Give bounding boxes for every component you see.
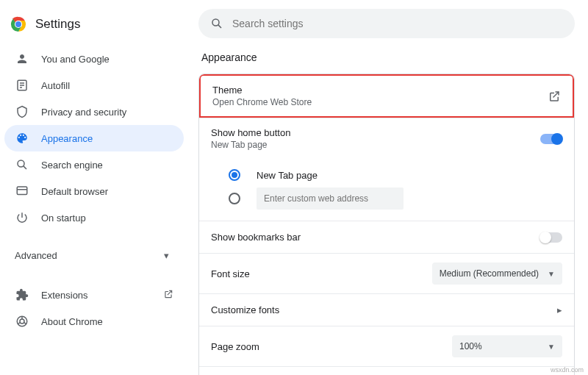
- chevron-down-icon: ▾: [164, 250, 169, 261]
- svg-point-2: [15, 21, 21, 27]
- browser-icon: [15, 185, 29, 198]
- sidebar-item-label: You and Google: [41, 54, 173, 65]
- sidebar-item-search-engine[interactable]: Search engine: [4, 151, 184, 178]
- search-icon: [210, 17, 223, 30]
- theme-subtitle: Open Chrome Web Store: [212, 97, 548, 107]
- radio-custom-url[interactable]: [229, 187, 562, 210]
- sidebar-item-about-chrome[interactable]: About Chrome: [4, 308, 184, 335]
- search-bar[interactable]: [198, 9, 575, 38]
- svg-line-15: [24, 323, 26, 324]
- page-zoom-title: Page zoom: [211, 341, 452, 352]
- sidebar-advanced-toggle[interactable]: Advanced ▾: [0, 244, 191, 268]
- radio-icon: [229, 169, 240, 181]
- sidebar-item-label: Search engine: [41, 160, 173, 171]
- header: Settings: [0, 9, 191, 43]
- external-link-icon: [163, 289, 173, 301]
- sidebar-item-privacy[interactable]: Privacy and security: [4, 99, 184, 125]
- chrome-logo-icon: [10, 16, 26, 32]
- select-value: Medium (Recommended): [440, 268, 539, 279]
- sidebar-item-label: Default browser: [41, 186, 173, 197]
- show-home-button-row: Show home button New Tab page: [199, 118, 574, 159]
- chevron-right-icon: ▸: [557, 304, 562, 315]
- external-link-icon[interactable]: [548, 90, 561, 103]
- appearance-icon: [15, 132, 29, 145]
- chrome-outline-icon: [15, 315, 29, 328]
- sidebar-item-label: Extensions: [41, 290, 163, 301]
- svg-line-14: [18, 323, 20, 324]
- extensions-icon: [15, 288, 29, 301]
- customize-fonts-row[interactable]: Customize fonts ▸: [199, 293, 574, 326]
- home-button-subtitle: New Tab page: [211, 140, 540, 150]
- autofill-icon: [15, 79, 29, 92]
- font-size-row: Font size Medium (Recommended) ▼: [199, 253, 574, 293]
- svg-line-8: [24, 166, 26, 169]
- radio-label: New Tab page: [257, 170, 318, 181]
- svg-point-16: [212, 19, 219, 26]
- bookmarks-toggle[interactable]: [540, 232, 562, 243]
- shield-icon: [15, 105, 29, 118]
- svg-point-12: [20, 319, 24, 324]
- theme-title: Theme: [212, 85, 548, 96]
- select-value: 100%: [459, 341, 482, 351]
- section-heading: Appearance: [201, 51, 575, 63]
- home-button-options: New Tab page: [199, 159, 574, 221]
- page-zoom-select[interactable]: 100% ▼: [452, 335, 562, 357]
- chevron-down-icon: ▼: [548, 343, 555, 351]
- sidebar-item-label: Autofill: [41, 80, 173, 91]
- watermark: wsxdn.com: [551, 366, 584, 374]
- home-button-title: Show home button: [211, 127, 540, 138]
- sidebar-item-extensions[interactable]: Extensions: [4, 282, 184, 308]
- advanced-label: Advanced: [15, 250, 57, 261]
- radio-icon: [229, 193, 240, 204]
- sidebar-item-label: Privacy and security: [41, 107, 173, 118]
- svg-point-7: [18, 160, 24, 167]
- sidebar-item-you-and-google[interactable]: You and Google: [4, 46, 184, 72]
- svg-line-17: [218, 25, 221, 28]
- custom-url-input[interactable]: [257, 188, 404, 210]
- font-size-select[interactable]: Medium (Recommended) ▼: [432, 262, 562, 285]
- bookmarks-bar-row: Show bookmarks bar: [199, 221, 574, 253]
- sidebar-item-appearance[interactable]: Appearance: [4, 125, 184, 151]
- search-icon: [15, 158, 29, 171]
- theme-row[interactable]: Theme Open Chrome Web Store: [199, 74, 574, 118]
- sidebar-item-label: On startup: [41, 213, 173, 224]
- chevron-down-icon: ▼: [548, 270, 555, 278]
- sidebar-item-autofill[interactable]: Autofill: [4, 72, 184, 99]
- bookmarks-title: Show bookmarks bar: [211, 232, 540, 243]
- font-size-title: Font size: [211, 268, 432, 279]
- radio-new-tab-page[interactable]: New Tab page: [229, 163, 562, 187]
- power-icon: [15, 211, 29, 224]
- page-zoom-row: Page zoom 100% ▼: [199, 326, 574, 366]
- home-button-toggle[interactable]: [540, 134, 562, 144]
- appearance-settings-card: Theme Open Chrome Web Store Show home bu…: [198, 74, 575, 375]
- tab-highlight-row: Pressing Tab on a webpage highlights lin…: [199, 366, 574, 375]
- sidebar-item-default-browser[interactable]: Default browser: [4, 178, 184, 204]
- customize-fonts-title: Customize fonts: [211, 304, 557, 315]
- sidebar-item-label: About Chrome: [41, 316, 173, 327]
- sidebar-item-label: Appearance: [41, 133, 173, 144]
- search-input[interactable]: [232, 18, 563, 29]
- sidebar-item-on-startup[interactable]: On startup: [4, 204, 184, 231]
- svg-rect-9: [17, 187, 27, 195]
- page-title: Settings: [35, 17, 80, 32]
- person-icon: [15, 52, 29, 65]
